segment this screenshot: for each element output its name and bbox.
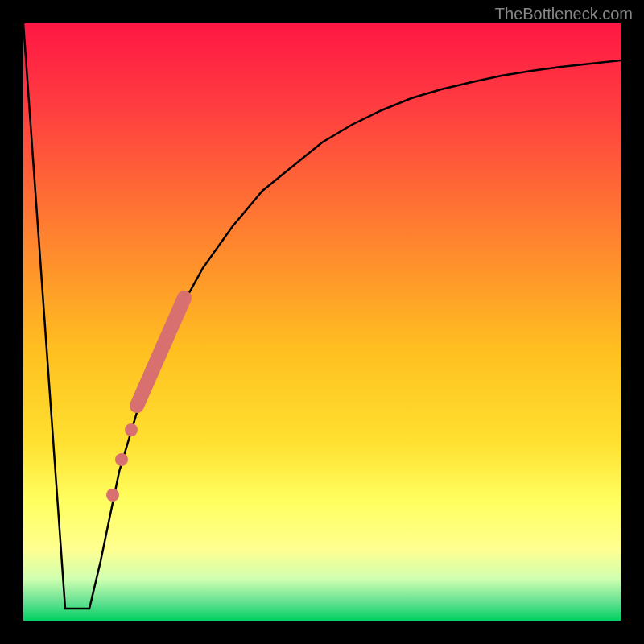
main-curve-line (23, 23, 621, 609)
highlight-main-segment (137, 298, 184, 406)
highlight-dot-3 (106, 489, 119, 502)
highlight-dot-1 (125, 423, 138, 436)
highlight-dot-2 (115, 453, 128, 466)
plot-area (23, 23, 621, 621)
watermark-text: TheBottleneck.com (495, 5, 633, 23)
chart-curve (23, 23, 621, 621)
